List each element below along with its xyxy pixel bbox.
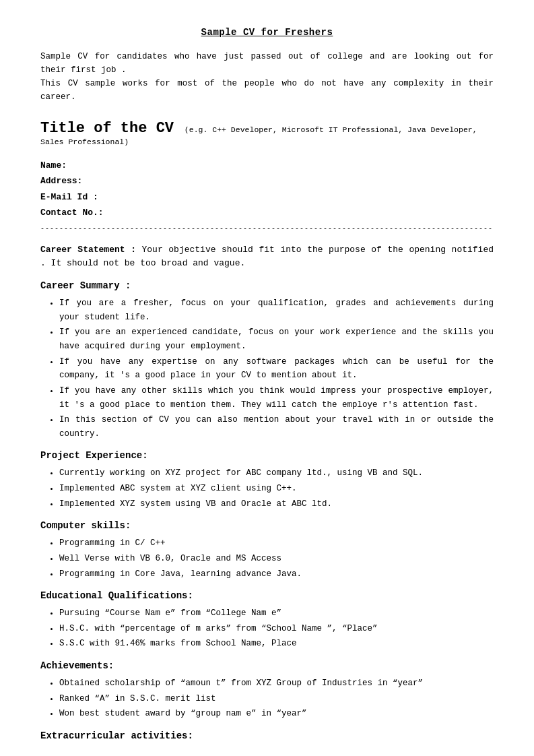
intro-text: Sample CV for candidates who have just p… <box>40 50 494 104</box>
educational-qualifications-list: Pursuing “Course Nam e” from “College Na… <box>59 606 494 651</box>
achievements-title: Achievements: <box>40 660 494 671</box>
contact-row: Contact No.: <box>40 205 494 220</box>
cv-title-main: Title of the CV <box>40 120 174 137</box>
page-title: Sample CV for Freshers <box>40 27 494 38</box>
list-item: S.S.C with 91.46% marks from School Name… <box>59 637 494 651</box>
educational-qualifications-section: Educational Qualifications: Pursuing “Co… <box>40 590 494 651</box>
project-experience-list: Currently working on XYZ project for ABC… <box>59 466 494 511</box>
project-experience-section: Project Experience: Currently working on… <box>40 450 494 511</box>
career-summary-list: If you are a fresher, focus on your qual… <box>59 296 494 441</box>
list-item: Implemented XYZ system using VB and Orac… <box>59 497 494 511</box>
list-item: In this section of CV you can also menti… <box>59 413 494 441</box>
list-item: Obtained scholarship of “amoun t” from X… <box>59 676 494 691</box>
career-summary-section: Career Summary : If you are a fresher, f… <box>40 280 494 441</box>
computer-skills-list: Programming in C/ C++ Well Verse with VB… <box>59 536 494 581</box>
list-item: Currently working on XYZ project for ABC… <box>59 466 494 480</box>
computer-skills-section: Computer skills: Programming in C/ C++ W… <box>40 520 494 581</box>
list-item: Programming in Core Java, learning advan… <box>59 567 494 581</box>
list-item: Won best student award by “group nam e” … <box>59 707 494 721</box>
name-row: Name: <box>40 158 494 173</box>
email-row: E-Mail Id : <box>40 189 494 205</box>
achievements-list: Obtained scholarship of “amoun t” from X… <box>59 676 494 721</box>
computer-skills-title: Computer skills: <box>40 520 494 531</box>
list-item: Pursuing “Course Nam e” from “College Na… <box>59 606 494 621</box>
achievements-section: Achievements: Obtained scholarship of “a… <box>40 660 494 721</box>
list-item: Ranked “A” in S.S.C. merit list <box>59 692 494 706</box>
cv-title-section: Title of the CV (e.g. C++ Developer, Mic… <box>40 120 494 147</box>
dashed-divider: ----------------------------------------… <box>40 225 494 232</box>
list-item: If you are an experienced candidate, foc… <box>59 325 494 353</box>
career-statement-section: Career Statement : Your objective should… <box>40 243 494 272</box>
list-item: If you are a fresher, focus on your qual… <box>59 296 494 324</box>
extracurricular-section: Extracurricular activities: <box>40 730 494 741</box>
list-item: H.S.C. with “percentage of m arks” from … <box>59 622 494 636</box>
list-item: Programming in C/ C++ <box>59 536 494 550</box>
career-statement-text: Career Statement : Your objective should… <box>40 243 494 272</box>
extracurricular-title: Extracurricular activities: <box>40 730 494 741</box>
project-experience-title: Project Experience: <box>40 450 494 461</box>
list-item: If you have any expertise on any softwar… <box>59 355 494 383</box>
educational-qualifications-title: Educational Qualifications: <box>40 590 494 601</box>
address-row: Address: <box>40 173 494 189</box>
personal-info: Name: Address: E-Mail Id : Contact No.: <box>40 158 494 221</box>
list-item: Implemented ABC system at XYZ client usi… <box>59 482 494 496</box>
list-item: If you have any other skills which you t… <box>59 384 494 412</box>
list-item: Well Verse with VB 6.0, Oracle and MS Ac… <box>59 552 494 566</box>
career-summary-title: Career Summary : <box>40 280 494 291</box>
